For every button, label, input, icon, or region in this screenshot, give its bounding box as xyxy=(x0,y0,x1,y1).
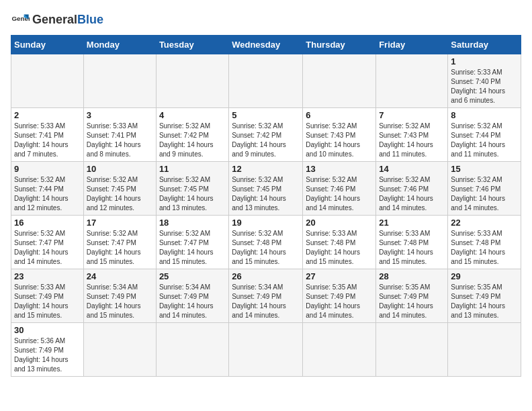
day-number: 7 xyxy=(379,110,445,120)
calendar-cell: 2Sunrise: 5:33 AM Sunset: 7:41 PM Daylig… xyxy=(11,108,84,162)
day-number: 1 xyxy=(451,56,518,66)
day-info: Sunrise: 5:35 AM Sunset: 7:49 PM Dayligh… xyxy=(379,283,445,320)
day-number: 10 xyxy=(87,164,153,174)
logo-icon: General xyxy=(11,11,30,30)
calendar-cell: 30Sunrise: 5:36 AM Sunset: 7:49 PM Dayli… xyxy=(11,323,84,377)
calendar-col-tuesday: Tuesday xyxy=(156,36,228,54)
calendar-cell xyxy=(448,323,521,377)
calendar-cell xyxy=(11,54,84,108)
day-info: Sunrise: 5:32 AM Sunset: 7:47 PM Dayligh… xyxy=(159,229,226,267)
logo-text: GeneralBlue xyxy=(32,13,103,27)
calendar-cell: 4Sunrise: 5:32 AM Sunset: 7:42 PM Daylig… xyxy=(156,108,228,162)
day-info: Sunrise: 5:34 AM Sunset: 7:49 PM Dayligh… xyxy=(232,283,300,320)
day-number: 8 xyxy=(451,110,518,120)
day-number: 20 xyxy=(306,218,373,228)
day-number: 17 xyxy=(87,218,153,228)
day-info: Sunrise: 5:35 AM Sunset: 7:49 PM Dayligh… xyxy=(451,283,518,320)
day-info: Sunrise: 5:33 AM Sunset: 7:41 PM Dayligh… xyxy=(14,122,81,159)
calendar-week-row: 9Sunrise: 5:32 AM Sunset: 7:44 PM Daylig… xyxy=(11,162,521,216)
calendar-cell: 23Sunrise: 5:33 AM Sunset: 7:49 PM Dayli… xyxy=(11,269,84,323)
day-number: 21 xyxy=(379,218,445,228)
day-info: Sunrise: 5:32 AM Sunset: 7:48 PM Dayligh… xyxy=(232,229,300,267)
calendar-cell: 6Sunrise: 5:32 AM Sunset: 7:43 PM Daylig… xyxy=(303,108,376,162)
calendar-week-row: 30Sunrise: 5:36 AM Sunset: 7:49 PM Dayli… xyxy=(11,323,521,377)
day-info: Sunrise: 5:32 AM Sunset: 7:47 PM Dayligh… xyxy=(87,229,153,267)
day-info: Sunrise: 5:32 AM Sunset: 7:45 PM Dayligh… xyxy=(159,175,226,213)
day-info: Sunrise: 5:32 AM Sunset: 7:42 PM Dayligh… xyxy=(159,122,226,159)
calendar-cell: 14Sunrise: 5:32 AM Sunset: 7:46 PM Dayli… xyxy=(376,162,448,216)
calendar-week-row: 23Sunrise: 5:33 AM Sunset: 7:49 PM Dayli… xyxy=(11,269,521,323)
day-number: 26 xyxy=(232,271,300,281)
day-number: 3 xyxy=(87,110,153,120)
calendar-col-wednesday: Wednesday xyxy=(229,36,303,54)
calendar-week-row: 2Sunrise: 5:33 AM Sunset: 7:41 PM Daylig… xyxy=(11,108,521,162)
calendar-week-row: 16Sunrise: 5:32 AM Sunset: 7:47 PM Dayli… xyxy=(11,216,521,269)
day-number: 28 xyxy=(379,271,445,281)
calendar-cell: 29Sunrise: 5:35 AM Sunset: 7:49 PM Dayli… xyxy=(448,269,521,323)
calendar-cell: 8Sunrise: 5:32 AM Sunset: 7:44 PM Daylig… xyxy=(448,108,521,162)
calendar-cell: 21Sunrise: 5:33 AM Sunset: 7:48 PM Dayli… xyxy=(376,216,448,269)
day-number: 11 xyxy=(159,164,226,174)
day-info: Sunrise: 5:33 AM Sunset: 7:49 PM Dayligh… xyxy=(14,283,81,320)
day-number: 5 xyxy=(232,110,300,120)
day-info: Sunrise: 5:32 AM Sunset: 7:47 PM Dayligh… xyxy=(14,229,81,267)
calendar-cell: 20Sunrise: 5:33 AM Sunset: 7:48 PM Dayli… xyxy=(303,216,376,269)
day-info: Sunrise: 5:34 AM Sunset: 7:49 PM Dayligh… xyxy=(159,283,226,320)
day-number: 2 xyxy=(14,110,81,120)
day-info: Sunrise: 5:32 AM Sunset: 7:46 PM Dayligh… xyxy=(306,175,373,213)
day-number: 30 xyxy=(14,325,81,335)
calendar-col-monday: Monday xyxy=(83,36,156,54)
day-number: 9 xyxy=(14,164,81,174)
calendar-col-friday: Friday xyxy=(376,36,448,54)
day-info: Sunrise: 5:33 AM Sunset: 7:48 PM Dayligh… xyxy=(379,229,445,267)
day-info: Sunrise: 5:35 AM Sunset: 7:49 PM Dayligh… xyxy=(306,283,373,320)
day-info: Sunrise: 5:33 AM Sunset: 7:41 PM Dayligh… xyxy=(87,122,153,159)
calendar-table: SundayMondayTuesdayWednesdayThursdayFrid… xyxy=(11,35,521,377)
day-info: Sunrise: 5:32 AM Sunset: 7:44 PM Dayligh… xyxy=(14,175,81,213)
calendar-cell: 22Sunrise: 5:33 AM Sunset: 7:48 PM Dayli… xyxy=(448,216,521,269)
calendar-cell: 12Sunrise: 5:32 AM Sunset: 7:45 PM Dayli… xyxy=(229,162,303,216)
calendar-cell xyxy=(303,54,376,108)
day-number: 29 xyxy=(451,271,518,281)
day-info: Sunrise: 5:33 AM Sunset: 7:48 PM Dayligh… xyxy=(306,229,373,267)
day-number: 27 xyxy=(306,271,373,281)
day-number: 12 xyxy=(232,164,300,174)
calendar-cell: 3Sunrise: 5:33 AM Sunset: 7:41 PM Daylig… xyxy=(83,108,156,162)
day-number: 25 xyxy=(159,271,226,281)
day-info: Sunrise: 5:32 AM Sunset: 7:44 PM Dayligh… xyxy=(451,122,518,159)
day-number: 18 xyxy=(159,218,226,228)
day-info: Sunrise: 5:34 AM Sunset: 7:49 PM Dayligh… xyxy=(87,283,153,320)
calendar-cell xyxy=(303,323,376,377)
calendar-cell: 9Sunrise: 5:32 AM Sunset: 7:44 PM Daylig… xyxy=(11,162,84,216)
calendar-cell: 5Sunrise: 5:32 AM Sunset: 7:42 PM Daylig… xyxy=(229,108,303,162)
calendar-cell: 24Sunrise: 5:34 AM Sunset: 7:49 PM Dayli… xyxy=(83,269,156,323)
calendar-col-saturday: Saturday xyxy=(448,36,521,54)
calendar-cell: 11Sunrise: 5:32 AM Sunset: 7:45 PM Dayli… xyxy=(156,162,228,216)
day-info: Sunrise: 5:32 AM Sunset: 7:45 PM Dayligh… xyxy=(232,175,300,213)
calendar-cell xyxy=(229,54,303,108)
day-number: 24 xyxy=(87,271,153,281)
calendar-cell: 18Sunrise: 5:32 AM Sunset: 7:47 PM Dayli… xyxy=(156,216,228,269)
calendar-cell: 7Sunrise: 5:32 AM Sunset: 7:43 PM Daylig… xyxy=(376,108,448,162)
day-number: 19 xyxy=(232,218,300,228)
calendar-cell: 16Sunrise: 5:32 AM Sunset: 7:47 PM Dayli… xyxy=(11,216,84,269)
calendar-cell: 19Sunrise: 5:32 AM Sunset: 7:48 PM Dayli… xyxy=(229,216,303,269)
calendar-cell: 27Sunrise: 5:35 AM Sunset: 7:49 PM Dayli… xyxy=(303,269,376,323)
day-number: 6 xyxy=(306,110,373,120)
calendar-cell: 13Sunrise: 5:32 AM Sunset: 7:46 PM Dayli… xyxy=(303,162,376,216)
day-info: Sunrise: 5:33 AM Sunset: 7:40 PM Dayligh… xyxy=(451,68,518,105)
day-number: 23 xyxy=(14,271,81,281)
calendar-cell: 25Sunrise: 5:34 AM Sunset: 7:49 PM Dayli… xyxy=(156,269,228,323)
day-info: Sunrise: 5:32 AM Sunset: 7:43 PM Dayligh… xyxy=(306,122,373,159)
day-info: Sunrise: 5:33 AM Sunset: 7:48 PM Dayligh… xyxy=(451,229,518,267)
calendar-cell xyxy=(376,54,448,108)
calendar-cell: 28Sunrise: 5:35 AM Sunset: 7:49 PM Dayli… xyxy=(376,269,448,323)
day-number: 14 xyxy=(379,164,445,174)
calendar-cell xyxy=(156,323,228,377)
calendar-cell xyxy=(83,54,156,108)
logo: General GeneralBlue xyxy=(11,11,103,30)
day-info: Sunrise: 5:32 AM Sunset: 7:45 PM Dayligh… xyxy=(87,175,153,213)
calendar-header-row: SundayMondayTuesdayWednesdayThursdayFrid… xyxy=(11,36,521,54)
calendar-col-thursday: Thursday xyxy=(303,36,376,54)
calendar-cell xyxy=(83,323,156,377)
